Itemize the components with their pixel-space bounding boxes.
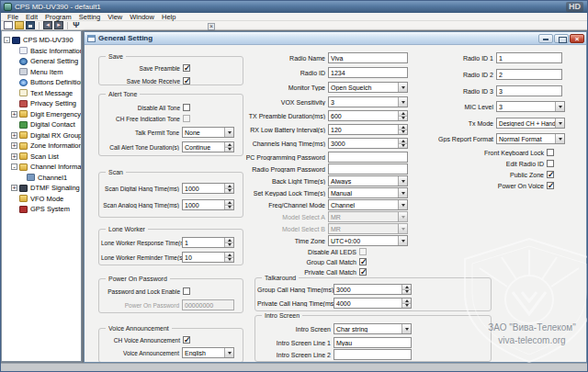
close-button[interactable]: ×: [570, 34, 584, 43]
intro-screen-line2-field[interactable]: [334, 349, 412, 360]
menu-bar: FileEditProgramSettingViewWindowHelp: [1, 13, 587, 21]
tree-expander-icon[interactable]: -: [4, 37, 10, 43]
freq-channel-mode-select[interactable]: Channel: [328, 199, 408, 210]
edit-radio-id-checkbox[interactable]: [547, 160, 554, 167]
tree-item-digit-emergency-system[interactable]: +Digit Emergency System: [2, 109, 81, 120]
menu-window[interactable]: Window: [126, 13, 158, 21]
folder-icon: [19, 131, 28, 139]
menu-help[interactable]: Help: [158, 13, 179, 21]
field-label: Save Mode Receive: [101, 78, 183, 85]
spin-down-icon[interactable]: [402, 304, 411, 309]
tree-item-digital-contact[interactable]: Digital Contact: [2, 119, 81, 130]
tree-item-general-setting[interactable]: General Setting: [2, 56, 81, 67]
mic-level-select[interactable]: 3: [496, 101, 565, 112]
model-select-a-select: MR: [328, 211, 408, 222]
field-label: Scan Digital Hang Time(ms): [101, 186, 182, 192]
private-call-hang-time-spinner[interactable]: 4000: [334, 298, 412, 309]
tree-item-channel1[interactable]: Channel1: [2, 173, 81, 184]
tx-mode-select[interactable]: Designed CH + HandCH: [496, 118, 565, 129]
chevron-down-icon[interactable]: [224, 348, 233, 357]
chevron-down-icon[interactable]: [398, 200, 407, 209]
form-row: Back Light Time(s) Always: [213, 175, 408, 186]
intro-screen-line1-field[interactable]: [334, 337, 412, 348]
maximize-button[interactable]: [554, 34, 569, 43]
folder-icon: [19, 163, 28, 171]
save-icon[interactable]: [26, 21, 35, 29]
tree-item-dtmf-signaling[interactable]: +DTMF Signaling: [2, 183, 81, 194]
tree-item-gps-system[interactable]: GPS System: [2, 204, 81, 215]
group-call-match-checkbox[interactable]: [359, 258, 367, 265]
field-label: Model Select A: [213, 214, 328, 220]
form-row: CH Free Indication Tone: [101, 114, 190, 123]
radio-id3-field[interactable]: [496, 85, 562, 96]
tree-expander-icon[interactable]: +: [11, 132, 17, 139]
tree-item-label: Privacy Setting: [30, 99, 76, 107]
tree-item-privacy-setting[interactable]: Privacy Setting: [2, 98, 81, 109]
tree-expander-icon[interactable]: +: [11, 111, 17, 118]
power-on-password-field: [182, 299, 234, 310]
password-lock-enable-checkbox[interactable]: [183, 287, 190, 295]
chevron-down-icon[interactable]: [555, 118, 564, 128]
tree-item-scan-list[interactable]: +Scan List: [2, 152, 81, 163]
group-call-hang-time-spinner[interactable]: 3000: [334, 284, 412, 295]
tree-item-text-message[interactable]: Text Message: [2, 88, 81, 99]
open-file-icon[interactable]: [15, 21, 24, 29]
gps-report-format-select[interactable]: Normal Format: [496, 133, 565, 144]
tree-expander-icon[interactable]: +: [11, 153, 17, 160]
tree-expander-icon[interactable]: +: [11, 142, 17, 149]
time-zone-select[interactable]: UTC+0:00: [328, 235, 408, 246]
front-keyboard-lock-checkbox[interactable]: [547, 149, 554, 156]
doc-icon: [19, 47, 28, 54]
minimize-button[interactable]: [538, 34, 553, 43]
gps-antenna-icon[interactable]: Ψ: [72, 21, 81, 29]
tree-item-label: Scan List: [30, 152, 59, 161]
field-label: Radio ID: [213, 70, 328, 76]
tree-item-vfo-mode[interactable]: VFO Mode: [2, 194, 81, 205]
intro-screen-select[interactable]: Char string: [334, 323, 412, 334]
new-file-icon[interactable]: [4, 21, 13, 29]
tree-expander-icon[interactable]: -: [11, 163, 17, 170]
field-label: Back Light Time(s): [213, 178, 328, 185]
tree-item-basic-information[interactable]: Basic Information: [2, 46, 81, 57]
write-to-radio-icon[interactable]: ►: [54, 21, 63, 29]
power-on-voice-checkbox[interactable]: [547, 182, 554, 189]
ch-voice-announcement-checkbox[interactable]: [183, 336, 190, 344]
voice-announcement-select[interactable]: English: [182, 347, 234, 358]
title-bar[interactable]: CPS MD-UV390 - default1: [1, 1, 587, 13]
tree-item-menu-item[interactable]: Menu Item: [2, 67, 81, 78]
public-zone-checkbox[interactable]: [547, 171, 554, 178]
tree-expander-icon[interactable]: +: [11, 185, 17, 191]
field-label: Model Select B: [213, 226, 328, 232]
tree-item-buttons-definitions[interactable]: Buttons Definitions: [2, 77, 81, 88]
folder-icon: [19, 142, 28, 150]
chevron-down-icon[interactable]: [555, 134, 564, 143]
radio-id1-field[interactable]: [496, 52, 562, 63]
chevron-down-icon[interactable]: [555, 102, 564, 111]
panel-close-button[interactable]: ×: [208, 23, 215, 30]
chevron-down-icon[interactable]: [398, 236, 407, 245]
tree-item-zone-information[interactable]: +Zone Information: [2, 141, 81, 152]
form-row: CH Voice Announcement: [101, 335, 190, 344]
menu-program[interactable]: Program: [41, 13, 75, 21]
menu-file[interactable]: File: [4, 13, 22, 21]
application-window: CPS MD-UV390 - default1 HD FileEditProgr…: [0, 0, 588, 372]
tree-item-channel-information[interactable]: -Channel Information: [2, 162, 81, 173]
menu-edit[interactable]: Edit: [22, 13, 41, 21]
disable-all-tone-checkbox[interactable]: [183, 104, 190, 111]
child-title-bar[interactable]: General Setting ×: [85, 32, 586, 45]
tree-item-label: Zone Information: [30, 141, 81, 150]
save-mode-receive-checkbox[interactable]: [183, 77, 190, 85]
chevron-down-icon[interactable]: [401, 324, 411, 333]
spin-down-icon[interactable]: [402, 290, 411, 295]
tree-item-digital-rx-group-call[interactable]: +Digital RX Group Call: [2, 130, 81, 141]
radio-id2-field[interactable]: [496, 69, 562, 80]
private-call-match-checkbox[interactable]: [359, 268, 367, 276]
voice-announcement-group: Voice Announcement CH Voice Announcement…: [98, 328, 243, 362]
menu-view[interactable]: View: [104, 13, 126, 21]
child-window-title: General Setting: [98, 34, 153, 42]
tree-item-cps-md-uv390[interactable]: -CPS MD-UV390: [2, 35, 81, 46]
save-preamble-checkbox[interactable]: [183, 64, 190, 72]
field-label: CH Voice Announcement: [101, 337, 183, 344]
read-from-radio-icon[interactable]: ◄: [43, 21, 52, 29]
form-row: Intro Screen Line 1: [257, 337, 412, 348]
